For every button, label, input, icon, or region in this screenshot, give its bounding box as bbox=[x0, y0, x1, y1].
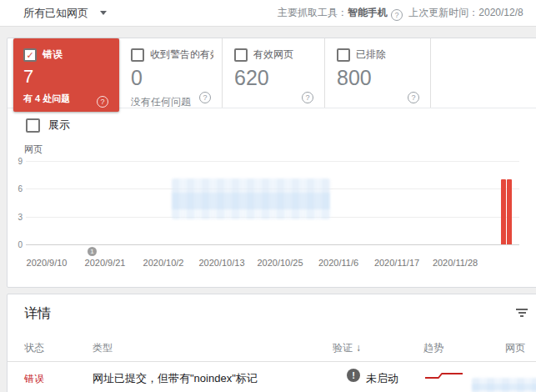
x-axis-line bbox=[26, 244, 519, 245]
card-valid-with-warnings[interactable]: 收到警告的有效… 0 没有任何问题 ? bbox=[119, 38, 222, 108]
x-tick-label: 2020/10/13 bbox=[193, 258, 251, 268]
column-pages[interactable]: 网页 bbox=[505, 341, 525, 355]
card-excluded[interactable]: 已排除 800 ? bbox=[325, 38, 430, 108]
details-title: 详情 bbox=[24, 305, 51, 323]
card-divider bbox=[430, 38, 431, 108]
x-tick-label: 2020/11/28 bbox=[426, 258, 484, 268]
validation-error-icon: ! bbox=[347, 369, 360, 382]
details-table-header: 状态 类型 验证↓ 趋势 网页 bbox=[8, 334, 536, 362]
row-type: 网址已提交，但带有"noindex"标记 bbox=[93, 371, 258, 386]
y-tick: 3 bbox=[13, 213, 23, 222]
checkbox-impressions[interactable] bbox=[26, 118, 40, 133]
x-tick-label: 2020/10/25 bbox=[251, 258, 309, 268]
crawler-value: 智能手机 bbox=[348, 7, 388, 18]
help-icon[interactable]: ? bbox=[391, 9, 403, 21]
impressions-label: 展示 bbox=[48, 118, 70, 133]
checkbox-valid-with-warnings[interactable] bbox=[131, 48, 144, 62]
card-valid-with-warnings-value: 0 bbox=[131, 66, 213, 90]
card-errors-label: 错误 bbox=[43, 48, 63, 62]
error-bar[interactable] bbox=[501, 179, 506, 244]
column-type[interactable]: 类型 bbox=[93, 341, 113, 355]
checkbox-errors[interactable]: ✓ bbox=[23, 48, 37, 62]
impressions-toggle[interactable]: 展示 bbox=[26, 118, 70, 133]
y-tick: 6 bbox=[13, 184, 23, 193]
card-errors[interactable]: ✓ 错误 7 有 4 处问题 ? bbox=[13, 38, 119, 112]
coverage-panel: ✓ 错误 7 有 4 处问题 ? 收到警告的有效… 0 没有任何问题 ? 有效网… bbox=[7, 38, 536, 288]
caret-down-icon bbox=[100, 11, 107, 15]
y-tick: 9 bbox=[13, 157, 23, 166]
crawler-label: 主要抓取工具： bbox=[278, 7, 348, 18]
x-tick-label: 2020/10/2 bbox=[134, 258, 193, 268]
card-valid-label: 有效网页 bbox=[253, 48, 293, 62]
gridline bbox=[26, 188, 519, 189]
column-validation[interactable]: 验证↓ bbox=[333, 341, 361, 355]
card-excluded-value: 800 bbox=[337, 66, 422, 90]
card-valid-value: 620 bbox=[234, 66, 316, 90]
top-meta: 主要抓取工具：智能手机? 上次更新时间：2020/12/8 bbox=[278, 0, 523, 26]
card-errors-value: 7 bbox=[23, 66, 111, 88]
summary-card-row: ✓ 错误 7 有 4 处问题 ? 收到警告的有效… 0 没有任何问题 ? 有效网… bbox=[8, 38, 536, 108]
help-icon[interactable]: ? bbox=[199, 92, 211, 103]
table-row[interactable]: 错误 网址已提交，但带有"noindex"标记 ! 未启动 bbox=[8, 361, 536, 392]
page-scope-label: 所有已知网页 bbox=[23, 7, 88, 19]
updated-label: 上次更新时间： bbox=[408, 7, 478, 18]
y-axis-title: 网页 bbox=[24, 143, 43, 156]
x-tick-label: 2020/9/10 bbox=[18, 258, 76, 268]
y-tick: 0 bbox=[13, 240, 23, 249]
card-valid[interactable]: 有效网页 620 ? bbox=[223, 38, 324, 108]
error-bar[interactable] bbox=[507, 179, 512, 244]
trend-sparkline bbox=[424, 369, 464, 381]
updated-value: 2020/12/8 bbox=[478, 7, 523, 18]
row-status: 错误 bbox=[24, 372, 44, 386]
top-bar: 所有已知网页 主要抓取工具：智能手机? 上次更新时间：2020/12/8 bbox=[0, 0, 536, 27]
sort-desc-icon: ↓ bbox=[356, 342, 361, 354]
redaction-blur bbox=[472, 378, 536, 392]
help-icon[interactable]: ? bbox=[97, 96, 108, 108]
x-tick-label: 2020/11/6 bbox=[309, 258, 368, 268]
filter-icon[interactable] bbox=[516, 309, 528, 319]
checkbox-valid[interactable] bbox=[234, 48, 248, 62]
help-icon[interactable]: ? bbox=[302, 92, 313, 103]
axis-annotation-marker[interactable]: 1 bbox=[88, 247, 97, 256]
x-tick-label: 2020/9/21 bbox=[76, 258, 134, 268]
column-status[interactable]: 状态 bbox=[24, 341, 44, 355]
gridline bbox=[26, 161, 519, 162]
page-scope-dropdown[interactable]: 所有已知网页 bbox=[23, 0, 107, 26]
row-validation: 未启动 bbox=[366, 371, 398, 386]
card-excluded-label: 已排除 bbox=[356, 48, 386, 62]
help-icon[interactable]: ? bbox=[408, 92, 419, 103]
x-tick-label: 2020/11/17 bbox=[368, 258, 426, 268]
checkbox-excluded[interactable] bbox=[337, 48, 350, 62]
gridline bbox=[26, 217, 519, 218]
column-trend[interactable]: 趋势 bbox=[423, 341, 443, 355]
card-valid-with-warnings-label: 收到警告的有效… bbox=[150, 48, 213, 62]
details-panel: 详情 状态 类型 验证↓ 趋势 网页 错误 网址已提交，但带有"noindex"… bbox=[7, 294, 536, 392]
coverage-chart[interactable] bbox=[26, 161, 519, 245]
